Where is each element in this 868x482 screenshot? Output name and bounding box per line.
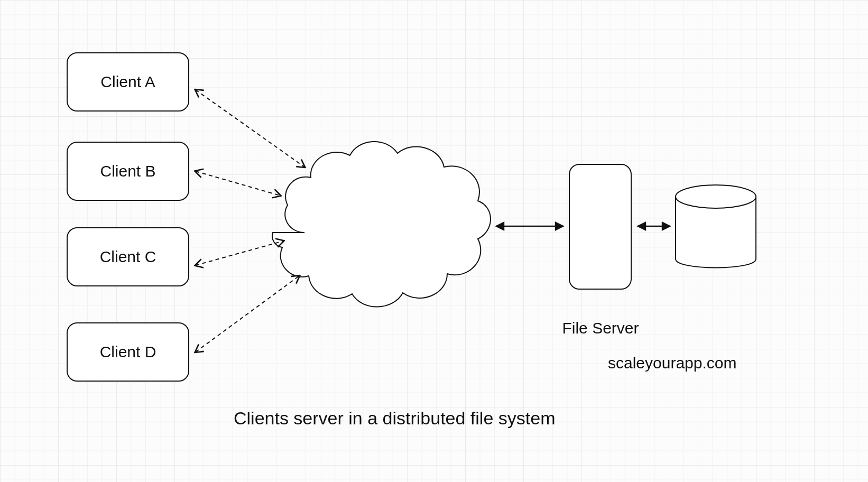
- disk-cylinder-icon: [676, 185, 756, 268]
- diagram-caption: Clients server in a distributed file sys…: [234, 408, 555, 429]
- client-b-node: Client B: [67, 142, 189, 201]
- file-server-node: [569, 164, 632, 290]
- file-server-label: File Server: [556, 319, 645, 337]
- client-d-label: Client D: [100, 343, 156, 361]
- arrow-client-c-network: [196, 241, 283, 265]
- client-d-node: Client D: [67, 322, 189, 382]
- client-c-label: Client C: [100, 248, 156, 266]
- network-label: Network: [349, 231, 407, 249]
- arrow-client-d-network: [196, 276, 299, 352]
- client-c-node: Client C: [67, 227, 189, 286]
- watermark-text: scaleyourapp.com: [608, 354, 736, 372]
- network-cloud-icon: [272, 142, 491, 307]
- svg-point-0: [676, 185, 756, 208]
- client-a-label: Client A: [100, 73, 155, 91]
- disk-label: Disk: [699, 231, 730, 249]
- client-b-label: Client B: [100, 162, 155, 180]
- client-a-node: Client A: [67, 52, 189, 112]
- arrow-client-b-network: [196, 171, 280, 196]
- arrow-client-a-network: [196, 90, 304, 167]
